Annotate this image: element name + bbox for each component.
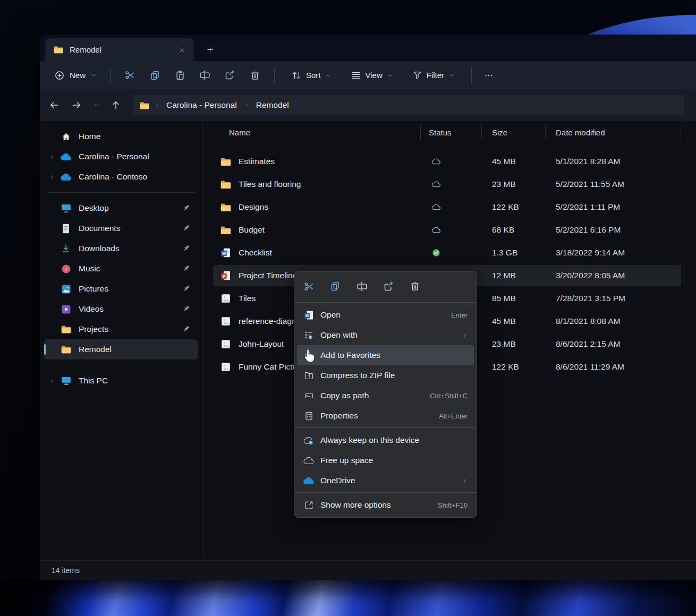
cut-button[interactable]	[117, 66, 142, 85]
sidebar-item-label: Carolina - Personal	[79, 152, 149, 161]
breadcrumb-root[interactable]: Carolina - Personal	[164, 99, 239, 111]
column-divider[interactable]	[681, 124, 681, 140]
sidebar-item-remodel[interactable]: Remodel	[44, 339, 198, 360]
toolbar-divider	[274, 67, 275, 83]
share-button[interactable]	[217, 66, 242, 85]
more-options-button[interactable]	[479, 66, 499, 85]
menu-item-compress-zip[interactable]: Compress to ZIP file	[297, 365, 474, 386]
sidebar-item-downloads[interactable]: Downloads	[44, 238, 198, 259]
menu-shortcut: Ctrl+Shift+C	[430, 392, 468, 400]
menu-item-label: Always keep on this device	[320, 435, 468, 445]
cloud-status-icon	[432, 181, 440, 187]
share-button[interactable]	[375, 276, 402, 297]
file-name: reference-diagr	[239, 316, 294, 326]
file-date: 5/2/2021 6:16 PM	[545, 225, 681, 235]
menu-item-add-to-favorites[interactable]: Add to Favorites	[297, 345, 474, 365]
powerpoint-document-icon: P	[220, 270, 231, 281]
new-tab-button[interactable]	[202, 41, 218, 57]
up-button[interactable]	[105, 95, 127, 115]
file-row-checklist[interactable]: WChecklist 1.3 GB 3/18/2022 9:14 AM	[213, 242, 681, 263]
column-divider[interactable]	[420, 124, 421, 140]
file-row-budget[interactable]: Budget 68 KB 5/2/2021 6:16 PM	[213, 219, 681, 241]
tab-close-icon[interactable]	[175, 43, 189, 57]
menu-item-show-more-options[interactable]: Show more options Shift+F10	[297, 495, 474, 515]
share-icon	[383, 281, 394, 292]
cut-button[interactable]	[295, 276, 322, 297]
delete-button[interactable]	[402, 276, 428, 297]
file-name: Tiles and flooring	[239, 179, 301, 189]
breadcrumb-current[interactable]: Remodel	[254, 99, 291, 111]
file-size: 23 MB	[481, 179, 545, 189]
column-header-date[interactable]: Date modified	[545, 128, 681, 137]
file-size: 23 MB	[481, 339, 545, 349]
rename-button[interactable]	[349, 276, 375, 297]
arrow-right-icon	[71, 100, 82, 110]
sort-button[interactable]: Sort	[285, 66, 338, 84]
sidebar-item-pictures[interactable]: Pictures	[44, 279, 198, 299]
sidebar-item-carolina-personal[interactable]: Carolina - Personal	[44, 147, 198, 167]
file-row-tiles-and-flooring[interactable]: Tiles and flooring 23 MB 5/2/2021 11:55 …	[213, 174, 681, 195]
menu-item-open-with[interactable]: Open with	[297, 325, 474, 345]
rename-button[interactable]	[192, 66, 217, 85]
forward-button[interactable]	[65, 95, 88, 115]
new-button-label: New	[70, 71, 86, 80]
new-button[interactable]: New	[48, 66, 103, 84]
back-button[interactable]	[43, 95, 65, 115]
sidebar-item-desktop[interactable]: Desktop	[44, 198, 198, 218]
cloud-status-icon	[432, 227, 440, 233]
videos-icon	[60, 304, 72, 314]
menu-item-label: Open	[320, 310, 445, 320]
column-header-name[interactable]: Name	[218, 128, 420, 137]
sidebar-item-label: Remodel	[79, 345, 112, 354]
copy-path-icon	[297, 391, 320, 401]
menu-item-onedrive[interactable]: OneDrive	[297, 470, 474, 491]
trash-icon	[250, 70, 260, 81]
sidebar-item-music[interactable]: ♪ Music	[44, 259, 198, 279]
menu-item-copy-as-path[interactable]: Copy as path Ctrl+Shift+C	[297, 386, 474, 406]
column-header-status[interactable]: Status	[420, 128, 481, 137]
file-size: 122 KB	[481, 362, 545, 372]
sidebar-item-carolina-contoso[interactable]: Carolina - Contoso	[44, 167, 198, 187]
chevron-right-icon[interactable]	[44, 154, 60, 160]
copy-icon	[150, 70, 160, 81]
wallpaper-bloom-bottom	[0, 580, 696, 616]
menu-item-free-up-space[interactable]: Free up space	[297, 450, 474, 470]
recent-locations-button[interactable]	[88, 95, 105, 115]
menu-item-always-keep-on-device[interactable]: Always keep on this device	[297, 430, 474, 450]
menu-shortcut: Alt+Enter	[439, 412, 468, 420]
column-header-size[interactable]: Size	[481, 128, 545, 137]
file-row-estimates[interactable]: Estimates 45 MB 5/1/2021 8:28 AM	[213, 151, 681, 172]
column-divider[interactable]	[545, 124, 546, 140]
scissors-icon	[303, 281, 315, 292]
sidebar-item-projects[interactable]: Projects	[44, 319, 198, 339]
column-divider[interactable]	[481, 124, 482, 140]
chevron-down-icon	[448, 72, 455, 79]
delete-button[interactable]	[242, 66, 267, 85]
file-size: 12 MB	[481, 271, 545, 280]
folder-icon	[60, 345, 72, 354]
copy-button[interactable]	[322, 276, 349, 297]
menu-item-open[interactable]: W Open Enter	[297, 305, 474, 325]
copy-button[interactable]	[142, 66, 167, 85]
menu-item-label: Open with	[320, 330, 455, 340]
sidebar-item-label: Downloads	[79, 244, 120, 253]
file-size: 1.3 GB	[481, 248, 545, 258]
chevron-right-icon[interactable]	[44, 378, 60, 384]
sidebar-item-documents[interactable]: Documents	[44, 218, 198, 238]
file-row-designs[interactable]: Designs 122 KB 5/2/2021 1:11 PM	[213, 196, 681, 218]
sidebar-item-videos[interactable]: Videos	[44, 299, 198, 319]
filter-button[interactable]: Filter	[406, 66, 461, 84]
menu-item-properties[interactable]: Properties Alt+Enter	[297, 406, 474, 426]
hand-cursor	[302, 348, 318, 365]
pin-icon	[183, 264, 190, 272]
paste-button[interactable]	[167, 66, 192, 85]
address-bar[interactable]: Carolina - Personal Remodel	[133, 95, 684, 115]
sidebar-item-this-pc[interactable]: This PC	[44, 371, 198, 391]
sidebar-item-home[interactable]: Home	[44, 126, 198, 147]
tab-remodel[interactable]: Remodel	[45, 38, 194, 61]
chevron-down-icon	[90, 72, 97, 79]
view-button[interactable]: View	[344, 66, 400, 84]
toolbar-divider	[110, 67, 111, 83]
chevron-right-icon[interactable]	[44, 174, 60, 180]
column-headers: Name Status Size Date modified	[213, 121, 681, 143]
